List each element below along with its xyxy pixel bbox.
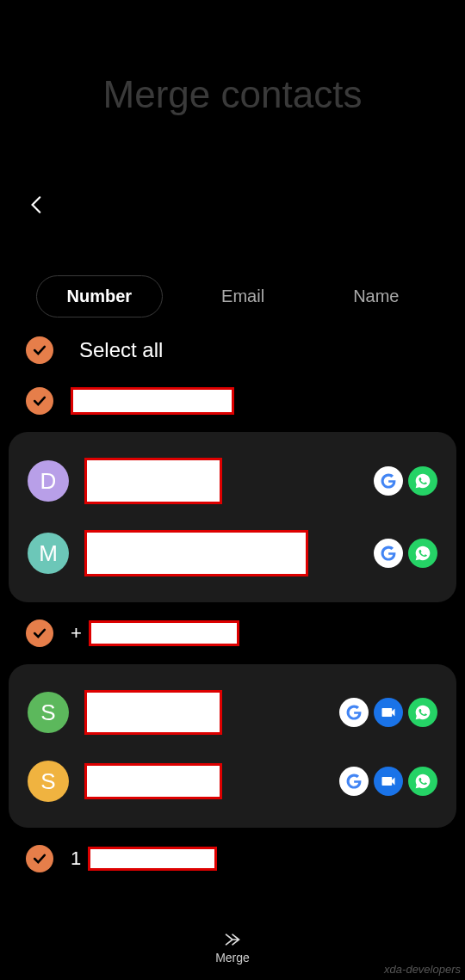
contact-name: [84, 763, 324, 799]
watermark: xda-developers: [384, 963, 461, 976]
whatsapp-icon: [408, 466, 437, 496]
app-icons: [374, 539, 437, 568]
redacted-name: [89, 620, 239, 646]
whatsapp-icon: [408, 767, 437, 796]
contact-name: [84, 458, 358, 504]
app-icons: [339, 767, 437, 796]
contact-name: [84, 690, 324, 735]
merge-label: Merge: [215, 951, 250, 965]
duo-icon: [374, 698, 403, 727]
contact-group: S S: [9, 664, 456, 828]
avatar: M: [28, 533, 69, 574]
group-prefix: +: [71, 622, 82, 644]
group-checkbox[interactable]: [26, 619, 53, 647]
contact-row[interactable]: M: [17, 517, 448, 589]
app-icons: [374, 466, 437, 496]
contact-name: [84, 530, 358, 576]
google-icon: [339, 698, 369, 727]
contact-row[interactable]: S: [17, 748, 448, 815]
tab-number[interactable]: Number: [36, 275, 164, 317]
back-button[interactable]: [26, 194, 52, 219]
group-checkbox[interactable]: [26, 845, 53, 872]
tab-email[interactable]: Email: [191, 276, 294, 317]
select-all-checkbox[interactable]: [26, 336, 53, 364]
app-icons: [339, 698, 437, 727]
duo-icon: [374, 767, 403, 796]
merge-button[interactable]: Merge: [215, 931, 250, 965]
contact-row[interactable]: S: [17, 677, 448, 748]
contact-group: D M: [9, 432, 456, 602]
tabs-bar: Number Email Name: [0, 275, 465, 317]
merge-icon: [220, 931, 245, 948]
avatar: D: [28, 460, 69, 502]
avatar: S: [28, 692, 69, 733]
whatsapp-icon: [408, 698, 437, 727]
redacted-name: [88, 847, 217, 871]
group-header[interactable]: [0, 377, 465, 425]
google-icon: [339, 767, 369, 796]
avatar: S: [28, 761, 69, 802]
tab-name[interactable]: Name: [323, 276, 429, 317]
whatsapp-icon: [408, 539, 437, 568]
group-header[interactable]: 1: [0, 835, 465, 883]
group-checkbox[interactable]: [26, 387, 53, 415]
redacted-name: [71, 387, 234, 415]
group-header[interactable]: +: [0, 609, 465, 657]
group-prefix: 1: [71, 847, 81, 870]
page-title: Merge contacts: [0, 0, 465, 116]
select-all-label: Select all: [79, 338, 163, 362]
contact-row[interactable]: D: [17, 445, 448, 517]
select-all-row[interactable]: Select all: [0, 317, 465, 377]
google-icon: [374, 539, 403, 568]
google-icon: [374, 466, 403, 496]
